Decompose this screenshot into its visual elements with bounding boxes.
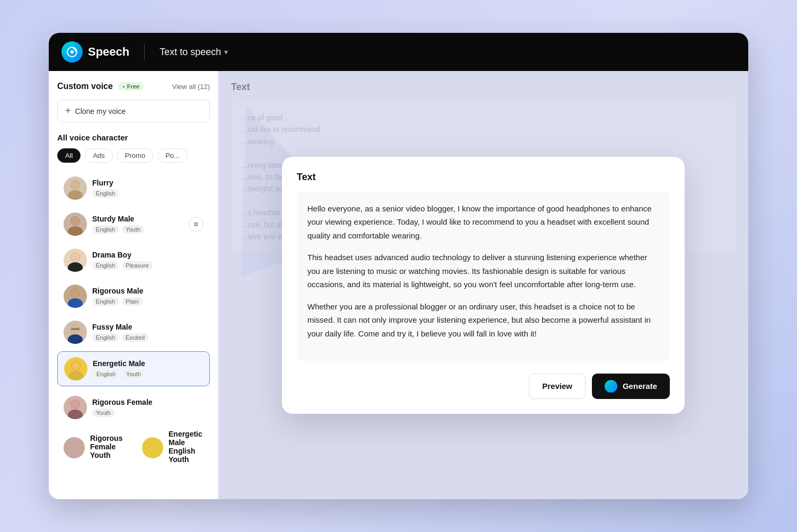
svg-point-6 bbox=[68, 226, 83, 236]
svg-point-10 bbox=[71, 253, 79, 261]
svg-point-9 bbox=[68, 262, 83, 272]
svg-rect-17 bbox=[71, 328, 79, 330]
generate-button-label: Generate bbox=[623, 382, 657, 391]
voice-tag: English bbox=[93, 370, 119, 378]
app-title: Speech bbox=[88, 45, 129, 59]
voice-item-energetic-male[interactable]: Energetic Male English Youth bbox=[57, 351, 210, 386]
voice-list: Flurry English Sturdy Male English bbox=[57, 171, 210, 386]
voice-tags-sturdy-male: English Youth bbox=[92, 225, 183, 234]
voice-name-rigorous-male: Rigorous Male bbox=[92, 287, 203, 295]
voice-info-drama-boy: Drama Boy English Pleasure bbox=[92, 251, 203, 270]
custom-voice-title: Custom voice bbox=[57, 82, 113, 91]
voice-tag: Youth bbox=[122, 225, 144, 234]
voice-info-energetic-male: Energetic Male English Youth bbox=[93, 359, 203, 378]
voice-item-flurry[interactable]: Flurry English bbox=[57, 171, 210, 205]
svg-point-4 bbox=[71, 181, 79, 189]
svg-point-24 bbox=[608, 383, 614, 389]
avatar-energetic-male bbox=[64, 357, 87, 380]
filter-tab-ads[interactable]: Ads bbox=[85, 148, 112, 163]
voice-tag: English bbox=[92, 225, 119, 234]
svg-point-13 bbox=[71, 289, 79, 297]
modal-actions: Preview bbox=[297, 374, 670, 399]
modal-paragraph-3: Whether you are a professional blogger o… bbox=[307, 300, 659, 341]
voice-name-rigorous-female: Rigorous Female bbox=[92, 398, 203, 406]
voice-item-energetic-male-english-youth[interactable]: Energetic Male English Youth bbox=[136, 424, 210, 471]
filter-tab-promo[interactable]: Promo bbox=[117, 148, 153, 163]
voice-info-flurry: Flurry English bbox=[92, 179, 203, 198]
custom-voice-header: Custom voice Free View all (12) bbox=[57, 82, 210, 91]
svg-point-3 bbox=[68, 190, 83, 200]
voice-tags-rigorous-male: English Plain bbox=[92, 297, 203, 306]
svg-point-20 bbox=[72, 361, 80, 370]
voice-name-energetic-male: Energetic Male bbox=[93, 359, 203, 368]
avatar-rigorous-female bbox=[64, 396, 87, 419]
generate-button[interactable]: Generate bbox=[592, 374, 670, 399]
svg-point-1 bbox=[70, 50, 74, 54]
voice-name-fussy-male: Fussy Male bbox=[92, 323, 203, 331]
modal-paragraph-2: This headset uses advanced audio technol… bbox=[307, 251, 659, 291]
all-voice-section-title: All voice character bbox=[57, 133, 210, 142]
voice-name-sturdy-male: Sturdy Male bbox=[92, 215, 183, 223]
main-content: Custom voice Free View all (12) + Clone … bbox=[49, 71, 748, 499]
voice-item-rigorous-male[interactable]: Rigorous Male English Plain bbox=[57, 279, 210, 313]
header-menu[interactable]: Text to speech ▾ bbox=[160, 47, 228, 58]
voice-tags-flurry: English bbox=[92, 189, 203, 198]
plus-icon: + bbox=[65, 105, 71, 117]
voice-name-flurry: Flurry bbox=[92, 179, 203, 187]
svg-point-7 bbox=[71, 217, 79, 225]
modal-paragraph-1: Hello everyone, as a senior video blogge… bbox=[307, 202, 659, 243]
bottom-voices-row: Rigorous Female Youth bbox=[57, 391, 210, 424]
view-all-link[interactable]: View all (12) bbox=[172, 83, 210, 91]
voice-name-energetic-male-english-youth: Energetic Male English Youth bbox=[169, 430, 203, 464]
logo-area: Speech bbox=[61, 41, 129, 63]
svg-point-12 bbox=[68, 298, 83, 308]
voice-info-rigorous-female-youth: Rigorous Female Youth bbox=[90, 434, 125, 462]
voice-item-rigorous-female-youth[interactable]: Rigorous Female Youth bbox=[57, 424, 131, 471]
voice-item-drama-boy[interactable]: Drama Boy English Pleasure bbox=[57, 243, 210, 277]
voice-info-rigorous-female: Rigorous Female Youth bbox=[92, 398, 203, 417]
voice-tag: English bbox=[92, 261, 119, 270]
clone-voice-button[interactable]: + Clone my voice bbox=[57, 100, 210, 122]
voice-tags-rigorous-female: Youth bbox=[92, 409, 203, 417]
voice-item-sturdy-male[interactable]: Sturdy Male English Youth ⚙ bbox=[57, 207, 210, 241]
avatar-drama-boy bbox=[64, 249, 87, 272]
text-modal: Text Hello everyone, as a senior video b… bbox=[282, 157, 685, 414]
voice-item-rigorous-female[interactable]: Rigorous Female Youth bbox=[57, 391, 210, 424]
right-panel: Text ...ce of good...uld like to recomme… bbox=[218, 71, 748, 499]
avatar-sturdy-male bbox=[64, 212, 87, 236]
app-logo-icon bbox=[61, 41, 83, 63]
voice-tags-drama-boy: English Pleasure bbox=[92, 261, 203, 270]
modal-title: Text bbox=[297, 172, 670, 183]
svg-point-19 bbox=[68, 371, 83, 380]
filter-tab-po[interactable]: Po... bbox=[157, 148, 188, 163]
svg-point-23 bbox=[71, 400, 79, 409]
voice-tag: English bbox=[92, 333, 119, 342]
clone-button-label: Clone my voice bbox=[75, 107, 126, 116]
avatar-flurry bbox=[64, 176, 87, 200]
generate-icon bbox=[605, 380, 617, 393]
voice-info-rigorous-male: Rigorous Male English Plain bbox=[92, 287, 203, 306]
voice-tag: Youth bbox=[92, 409, 114, 417]
voice-controls-sturdy-male: ⚙ bbox=[189, 217, 203, 232]
header-divider bbox=[144, 44, 145, 60]
voice-tag: English bbox=[92, 189, 119, 198]
bottom-voices-row2: Rigorous Female Youth Energetic Male Eng… bbox=[57, 424, 210, 471]
free-badge: Free bbox=[118, 82, 144, 91]
avatar-rigorous-male bbox=[64, 285, 87, 308]
header-menu-label: Text to speech bbox=[160, 47, 221, 58]
voice-item-fussy-male[interactable]: Fussy Male English Excited bbox=[57, 315, 210, 349]
preview-button[interactable]: Preview bbox=[529, 374, 586, 399]
voice-tag: Pleasure bbox=[122, 261, 152, 270]
filter-tab-all[interactable]: All bbox=[57, 148, 81, 163]
filter-tabs: All Ads Promo Po... bbox=[57, 148, 210, 163]
voice-tag: Plain bbox=[122, 297, 142, 306]
voice-settings-button[interactable]: ⚙ bbox=[189, 217, 203, 232]
svg-point-22 bbox=[68, 410, 83, 419]
modal-text-content[interactable]: Hello everyone, as a senior video blogge… bbox=[297, 191, 670, 361]
avatar-fussy-male bbox=[64, 321, 87, 344]
avatar-rigorous-female-youth bbox=[64, 437, 85, 458]
voice-info-fussy-male: Fussy Male English Excited bbox=[92, 323, 203, 342]
sidebar: Custom voice Free View all (12) + Clone … bbox=[49, 71, 218, 499]
voice-tag: Excited bbox=[122, 333, 148, 342]
voice-name-drama-boy: Drama Boy bbox=[92, 251, 203, 259]
